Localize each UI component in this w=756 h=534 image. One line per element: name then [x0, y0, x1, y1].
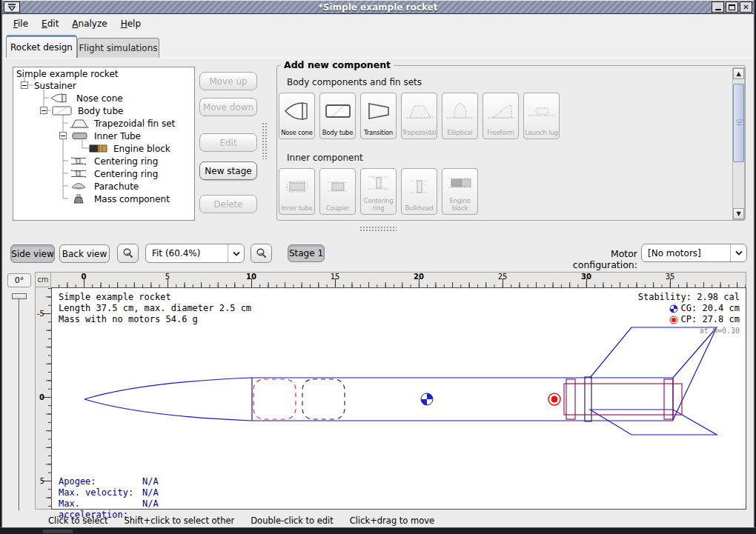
body-components-label: Body components and fin sets	[287, 77, 422, 87]
scrollbar-down-icon: ▼	[736, 210, 740, 217]
stability-block: Stability: 2.98 cal CG: 20.4 cm CP: 27.8…	[638, 292, 740, 336]
rotation-slider-handle[interactable]	[12, 293, 27, 299]
scrollbar-thumb[interactable]	[733, 84, 744, 162]
body-component-buttons: Nose cone Body tube Transition Trapezoid…	[279, 93, 560, 139]
menu-analyze[interactable]: Analyze	[67, 16, 112, 31]
inner-tube-icon	[279, 169, 314, 204]
add-body-tube-button[interactable]: Body tube	[319, 93, 356, 139]
tab-rocket-design[interactable]: Rocket design	[6, 35, 77, 58]
vertical-splitter[interactable]	[262, 122, 268, 159]
menu-edit[interactable]: Edit	[36, 16, 64, 31]
stage-1-toggle[interactable]: Stage 1	[288, 244, 325, 262]
launch-lug-icon	[524, 93, 559, 129]
zoom-in-button[interactable]	[251, 244, 272, 263]
rotation-slider-track[interactable]	[19, 294, 20, 510]
scrollbar-up-icon: ▲	[736, 70, 740, 77]
collapse-expander-icon[interactable]	[21, 81, 28, 89]
move-up-button[interactable]: Move up	[199, 72, 257, 90]
menu-file[interactable]: File	[8, 16, 33, 31]
elliptical-fin-icon	[442, 93, 477, 129]
back-view-button[interactable]: Back view	[59, 244, 110, 263]
bulkhead-icon	[402, 169, 437, 204]
body-tube-icon	[320, 93, 355, 129]
cg-value: CG: 20.4 cm	[681, 303, 740, 314]
title-bar[interactable]: *Simple example rocket ✕	[2, 1, 754, 14]
scrollbar-up-button[interactable]: ▲	[733, 68, 744, 79]
body-tube-icon	[52, 106, 73, 116]
add-transition-button[interactable]: Transition	[360, 93, 397, 139]
trapezoidal-fin-icon	[402, 93, 437, 129]
menu-bar: File Edit Analyze Help	[2, 14, 754, 33]
tree-item-sustainer[interactable]: Sustainer	[34, 79, 76, 92]
cg-icon	[669, 304, 678, 313]
horizontal-splitter[interactable]	[359, 226, 397, 233]
parachute-outline	[253, 379, 296, 419]
max-velocity-value: N/A	[142, 487, 159, 498]
add-component-title: Add new component	[281, 59, 394, 70]
tree-item-mass-component[interactable]: Mass component	[70, 193, 170, 205]
tab-flight-simulations[interactable]: Flight simulations	[77, 38, 159, 58]
add-freeform-fin-button[interactable]: Freeform	[483, 93, 519, 139]
side-view-button[interactable]: Side view	[10, 244, 55, 263]
parachute-icon	[70, 181, 87, 191]
add-engine-block-button[interactable]: Engine block	[442, 168, 478, 215]
tree-item-nose-cone[interactable]: Nose cone	[50, 92, 123, 104]
component-panel-scrollbar[interactable]: ▲ ▼	[732, 67, 745, 220]
edit-button[interactable]: Edit	[199, 133, 257, 152]
zoom-level-select[interactable]: Fit (60.4%)	[145, 244, 245, 263]
tree-item-body-tube[interactable]: Body tube	[52, 104, 123, 117]
cp-value: CP: 27.8 cm	[681, 314, 740, 325]
minimize-icon	[715, 9, 721, 10]
chevron-down-icon	[730, 244, 746, 261]
status-hints-bar: Click to select Shift+click to select ot…	[48, 514, 451, 527]
delete-button[interactable]: Delete	[199, 195, 257, 213]
tree-item-engine-block[interactable]: Engine block	[89, 142, 170, 155]
zoom-out-button[interactable]	[117, 244, 139, 263]
collapse-expander-icon[interactable]	[59, 132, 67, 139]
tree-item-trapezoidal-fin-set[interactable]: Trapezoidal fin set	[70, 117, 175, 130]
component-tree[interactable]: Simple example rocket Sustainer Nose con…	[13, 67, 195, 221]
mass-component-outline	[302, 379, 345, 419]
tree-item-centering-ring[interactable]: Centering ring	[70, 155, 158, 167]
minimize-button[interactable]	[712, 1, 724, 13]
add-coupler-button[interactable]: Coupler	[319, 168, 356, 215]
ruler-unit-label: cm	[35, 272, 51, 287]
panel-divider-line	[2, 58, 754, 59]
motor-configuration-label: Motor configuration:	[551, 248, 637, 270]
add-launch-lug-button[interactable]: Launch lug	[523, 93, 560, 139]
trapezoidal-fin-icon	[70, 119, 89, 128]
freeform-fin-icon	[483, 93, 518, 129]
scrollbar-down-button[interactable]: ▼	[733, 208, 744, 219]
mass-component-icon	[70, 194, 87, 204]
tree-item-rocket[interactable]: Simple example rocket	[16, 67, 118, 80]
centering-ring-icon	[70, 169, 87, 178]
close-button[interactable]: ✕	[740, 1, 752, 13]
magnifier-zoom-in-icon	[256, 247, 268, 259]
tree-item-parachute[interactable]: Parachute	[70, 180, 139, 193]
collapse-expander-icon[interactable]	[40, 107, 47, 114]
cg-marker	[421, 393, 433, 405]
add-inner-tube-button[interactable]: Inner tube	[279, 168, 315, 215]
window-menu-button[interactable]	[4, 1, 20, 13]
move-down-button[interactable]: Move down	[199, 98, 257, 116]
add-elliptical-fin-button[interactable]: Elliptical	[442, 93, 478, 139]
nose-cone-icon	[279, 93, 314, 129]
add-nose-cone-button[interactable]: Nose cone	[279, 93, 315, 139]
motor-configuration-select[interactable]: [No motors]	[641, 244, 747, 262]
magnifier-zoom-out-icon	[122, 247, 134, 259]
tree-item-centering-ring[interactable]: Centering ring	[70, 167, 158, 180]
new-stage-button[interactable]: New stage	[199, 161, 257, 180]
maximize-button[interactable]	[726, 1, 738, 13]
menu-help[interactable]: Help	[116, 16, 146, 31]
rocket-figure-canvas[interactable]: Simple example rocket Length 37.5 cm, ma…	[51, 287, 746, 510]
engine-block-icon	[89, 144, 108, 153]
tab-strip: Rocket design Flight simulations	[2, 33, 754, 58]
add-centering-ring-button[interactable]: Centering ring	[360, 168, 397, 215]
fin-outline	[590, 327, 717, 435]
window-border-bottom[interactable]	[0, 527, 756, 534]
add-bulkhead-button[interactable]: Bulkhead	[401, 168, 437, 215]
stability-value: Stability: 2.98 cal	[638, 292, 740, 303]
inner-tube-icon	[71, 131, 89, 141]
tree-item-inner-tube[interactable]: Inner Tube	[71, 130, 141, 142]
add-trapezoidal-fin-button[interactable]: Trapezoidal	[401, 93, 437, 139]
